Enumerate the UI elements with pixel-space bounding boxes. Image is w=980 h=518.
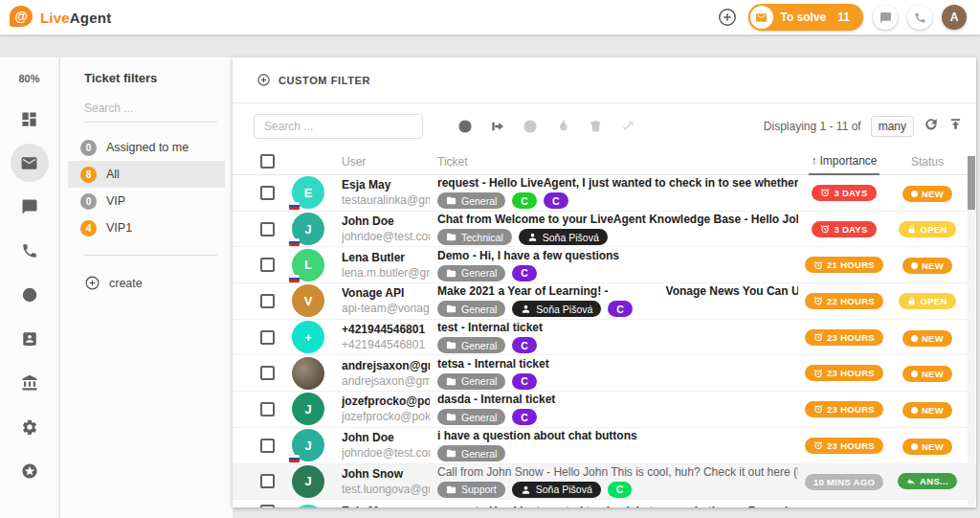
table-row[interactable]: J John Doe johndoe@test.com Chat from We…: [233, 212, 976, 248]
ticket-tags: TechnicalSoňa Pišová: [437, 229, 798, 245]
filter-item-all[interactable]: 8 All: [68, 161, 225, 188]
ticket-subject[interactable]: Make 2021 a Year of Learning! -Vonage Ne…: [437, 284, 798, 298]
nav-tickets-icon[interactable]: [11, 144, 49, 182]
nav-time-icon[interactable]: [11, 283, 49, 306]
row-checkbox[interactable]: [260, 222, 275, 236]
agent-tag[interactable]: Soňa Pišová: [512, 301, 601, 317]
user-name: +421944546801: [342, 323, 430, 336]
ticket-search-input[interactable]: [264, 115, 412, 138]
department-tag[interactable]: General: [437, 373, 505, 390]
code-tag[interactable]: C: [608, 482, 633, 498]
department-tag[interactable]: General: [437, 192, 505, 209]
importance-badge: 3 DAYS: [812, 185, 876, 201]
ticket-subject[interactable]: test - Internal ticket: [437, 321, 798, 334]
merge-wand-icon[interactable]: [619, 118, 636, 135]
ticket-subject[interactable]: Demo - Hi, I have a few questions: [437, 249, 798, 262]
table-row[interactable]: + +421944546801 +421944546801 test - Int…: [233, 320, 976, 356]
to-solve-count: 11: [837, 11, 850, 24]
nav-calls-icon[interactable]: [11, 239, 49, 262]
collapse-top-icon[interactable]: [948, 117, 963, 135]
scrollbar-thumb[interactable]: [968, 156, 975, 210]
row-checkbox[interactable]: [260, 474, 275, 488]
row-checkbox[interactable]: [260, 439, 275, 453]
column-ticket[interactable]: Ticket: [437, 155, 798, 169]
resolve-icon[interactable]: [522, 118, 539, 135]
nav-chats-icon[interactable]: [11, 195, 49, 218]
chats-button[interactable]: [873, 5, 898, 30]
filter-item-vip1[interactable]: 4 VIP1: [68, 214, 225, 241]
ticket-subject[interactable]: tetsa - Internal ticket: [437, 357, 798, 371]
department-tag[interactable]: General: [437, 409, 505, 425]
refresh-icon[interactable]: [924, 117, 939, 136]
table-row[interactable]: J John Snow test.luongova@gmail.... Call…: [233, 464, 976, 501]
department-tag[interactable]: General: [437, 337, 505, 353]
table-row[interactable]: E Esja May request - Hey I just wanted t…: [233, 500, 976, 507]
ticket-tags: SupportSoňa PišováC: [437, 482, 798, 498]
filters-search-input[interactable]: [84, 101, 199, 115]
ticket-subject[interactable]: Chat from Welcome to your LiveAgent Know…: [437, 213, 798, 226]
row-checkbox[interactable]: [260, 330, 275, 345]
avatar-letter: +: [304, 330, 312, 345]
nav-dashboard-icon[interactable]: [11, 107, 49, 130]
row-checkbox[interactable]: [260, 402, 275, 417]
department-tag[interactable]: Technical: [437, 229, 512, 245]
column-user[interactable]: User: [342, 155, 430, 169]
to-solve-button[interactable]: To solve 11: [748, 4, 863, 31]
ticket-subject[interactable]: request - Hey I just wanted to check in …: [437, 505, 798, 507]
ticket-subject[interactable]: dasda - Internal ticket: [437, 393, 798, 406]
code-tag[interactable]: C: [608, 301, 633, 317]
agent-tag[interactable]: Soňa Pišová: [512, 482, 601, 498]
code-tag[interactable]: C: [544, 192, 568, 209]
select-all-checkbox[interactable]: [260, 154, 275, 169]
agent-tag[interactable]: Soňa Pišová: [519, 229, 608, 245]
ticket-subject[interactable]: Call from John Snow - Hello John This is…: [437, 465, 798, 479]
nav-settings-icon[interactable]: [11, 416, 49, 439]
custom-filter-button[interactable]: CUSTOM FILTER: [278, 75, 370, 86]
code-tag[interactable]: C: [512, 373, 537, 390]
row-checkbox[interactable]: [260, 258, 275, 272]
code-tag[interactable]: C: [512, 409, 537, 425]
transfer-icon[interactable]: [489, 118, 506, 135]
slovakia-flag-icon: [289, 238, 300, 246]
calls-button[interactable]: [907, 5, 932, 30]
nav-contacts-icon[interactable]: [11, 327, 49, 350]
row-checkbox[interactable]: [260, 505, 275, 507]
code-tag[interactable]: C: [512, 265, 537, 282]
nav-organization-icon[interactable]: [11, 372, 49, 394]
scrollbar[interactable]: [968, 156, 975, 506]
slovakia-flag-icon: [289, 455, 300, 462]
liveagent-logo-text: LiveAgent: [40, 10, 111, 26]
ticket-subject[interactable]: request - Hello LiveAgent, I just wanted…: [437, 176, 798, 190]
department-tag[interactable]: General: [437, 265, 505, 282]
code-tag[interactable]: C: [512, 337, 537, 353]
table-row[interactable]: J John Doe johndoe@test.com i have a que…: [233, 428, 976, 464]
department-tag[interactable]: General: [437, 301, 505, 317]
delete-icon[interactable]: [587, 118, 604, 135]
department-tag[interactable]: General: [437, 445, 505, 462]
column-status[interactable]: Status: [890, 155, 965, 169]
zoom-level: 80%: [18, 73, 39, 84]
add-button[interactable]: [716, 6, 739, 29]
column-importance[interactable]: ↑ Importance: [798, 148, 890, 175]
spam-flame-icon[interactable]: [554, 118, 571, 135]
info-icon[interactable]: [457, 118, 474, 135]
row-checkbox[interactable]: [260, 294, 275, 308]
nav-starred-icon[interactable]: [11, 460, 49, 483]
table-row[interactable]: L Lena Butler lena.m.butler@gmail.... De…: [233, 247, 976, 283]
filter-item-vip[interactable]: 0 VIP: [68, 188, 225, 214]
ticket-subject[interactable]: i have a question about chat buttons: [437, 429, 798, 442]
row-checkbox[interactable]: [260, 366, 275, 380]
user-avatar[interactable]: A: [942, 5, 967, 30]
table-row[interactable]: J jozefprocko@pokusa.... jozefprocko@pok…: [233, 392, 976, 428]
department-tag[interactable]: Support: [437, 482, 505, 498]
table-row[interactable]: E Esja May testauralinka@gmail.c... requ…: [233, 175, 976, 212]
filter-label: Assigned to me: [106, 141, 189, 154]
code-tag[interactable]: C: [512, 192, 537, 209]
row-checkbox[interactable]: [260, 186, 275, 200]
liveagent-logo[interactable]: @ LiveAgent: [0, 6, 111, 29]
filter-item-assigned-to-me[interactable]: 0 Assigned to me: [68, 134, 225, 161]
table-row[interactable]: andrejsaxon@gmail.c... andrejsaxon@gmail…: [233, 355, 976, 392]
page-size-box[interactable]: many: [871, 116, 914, 137]
create-filter-button[interactable]: create: [84, 275, 233, 291]
table-row[interactable]: V Vonage API api-team@vonage.com Make 20…: [233, 283, 976, 320]
